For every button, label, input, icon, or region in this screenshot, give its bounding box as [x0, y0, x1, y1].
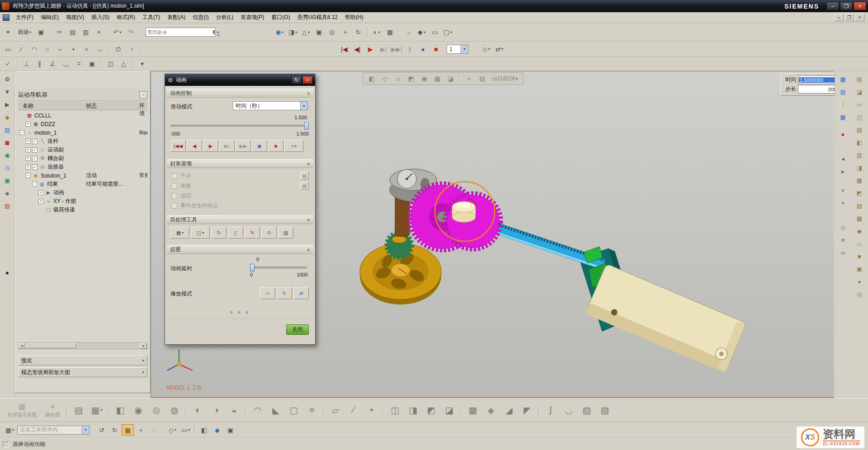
- zoom-icon[interactable]: ◎: [326, 27, 338, 38]
- wcs-icon[interactable]: ◆: [854, 226, 865, 236]
- menu-view[interactable]: 视图(V): [62, 13, 88, 21]
- key-frame-icon[interactable]: ◇: [480, 43, 492, 55]
- wave-link-icon[interactable]: ≈: [463, 73, 475, 84]
- edge-tool-icon[interactable]: ◪: [444, 73, 457, 84]
- tube-icon[interactable]: ◡: [560, 400, 577, 420]
- tree-row-joints[interactable]: +✓◇运动副: [18, 145, 147, 154]
- manager-icon[interactable]: ◈: [2, 188, 13, 198]
- rewind-button[interactable]: |◀◀: [170, 140, 186, 152]
- collapse-section-icon[interactable]: ∧: [307, 91, 310, 96]
- dimension-icon[interactable]: ↔: [94, 43, 106, 55]
- tree-row-cclll[interactable]: ▦CCLLL: [18, 111, 147, 120]
- section-animation-control[interactable]: 动画控制∧: [167, 89, 313, 98]
- paste-icon[interactable]: ▥: [80, 27, 92, 38]
- collapse-panel-icon[interactable]: ◂: [838, 154, 849, 164]
- menu-analysis[interactable]: 分析(L): [212, 13, 237, 21]
- reuse-library-icon[interactable]: ▤: [2, 125, 13, 135]
- mechanism-button[interactable]: ⚙: [261, 227, 277, 239]
- unite-icon[interactable]: ◐: [189, 400, 207, 420]
- quick-pick-icon[interactable]: ◌: [148, 424, 160, 436]
- horizontal-scrollbar[interactable]: ◂ ▸: [18, 342, 147, 349]
- point-icon[interactable]: •: [363, 400, 380, 420]
- menu-yanxiu-mold[interactable]: 燕秀UG模具8.12: [294, 13, 341, 21]
- chevron-down-icon[interactable]: ▾: [461, 45, 468, 53]
- work-layer-icon[interactable]: ▣: [224, 424, 236, 436]
- format-icon[interactable]: ▤: [854, 75, 865, 84]
- menu-edit[interactable]: 编辑(E): [37, 13, 62, 21]
- maximize-button[interactable]: ❐: [840, 2, 853, 10]
- cut-icon[interactable]: ✂: [53, 27, 66, 38]
- highlight-icon[interactable]: ◧: [198, 424, 210, 436]
- minimize-button[interactable]: –: [826, 2, 839, 10]
- chevron-down-icon[interactable]: ▾: [300, 102, 307, 110]
- save-icon[interactable]: ▣: [35, 27, 47, 38]
- close-button[interactable]: ×: [854, 2, 866, 10]
- cube-ghost-icon[interactable]: ◇: [838, 223, 849, 232]
- joints-checkbox[interactable]: ✓: [32, 147, 38, 153]
- motion-navigator-icon[interactable]: ◆: [2, 112, 13, 122]
- menu-tools[interactable]: 工具(T): [139, 13, 164, 21]
- user-combo[interactable]: cx116226: [489, 73, 520, 84]
- tree-expander-icon[interactable]: +: [38, 190, 43, 195]
- assembly-tool-icon[interactable]: ▤: [476, 73, 488, 84]
- fix-icon[interactable]: ▣: [86, 58, 98, 70]
- panel-options-button[interactable]: ▫: [139, 91, 147, 98]
- search-icon[interactable]: [213, 30, 215, 34]
- system-scene-icon[interactable]: ●: [2, 268, 13, 277]
- tree-expander-icon[interactable]: −: [26, 173, 31, 178]
- rotate-view-icon[interactable]: ↻: [352, 27, 364, 38]
- section-packaging-options[interactable]: 封装选项∧: [167, 159, 313, 168]
- measure-icon[interactable]: ∅: [112, 43, 124, 55]
- spline-icon[interactable]: ≈: [80, 43, 93, 55]
- pause-button[interactable]: ‖: [404, 43, 416, 55]
- logo-icon[interactable]: ✦: [2, 27, 14, 38]
- close-dialog-button[interactable]: 关闭: [286, 324, 309, 335]
- connectors-checkbox[interactable]: ✓: [32, 164, 38, 170]
- pattern-tool-icon[interactable]: ▦: [431, 73, 443, 84]
- column-name[interactable]: 名称: [23, 102, 33, 110]
- mirror-icon[interactable]: ◈: [482, 400, 500, 420]
- grid-display-icon[interactable]: ▦: [838, 75, 849, 84]
- grid-icon[interactable]: ▩: [854, 214, 865, 223]
- dialog-close-icon-button[interactable]: ×: [302, 76, 312, 84]
- shell-icon[interactable]: ▢: [285, 400, 302, 420]
- modal-shape-bar[interactable]: 模态形状局部放大图 ▾: [18, 367, 147, 377]
- report-button[interactable]: ▯: [228, 227, 243, 239]
- move-face-icon[interactable]: ◫: [387, 400, 404, 420]
- line-icon[interactable]: ∕: [15, 43, 27, 55]
- tree-expander-icon[interactable]: +: [26, 122, 31, 127]
- info-panel-icon[interactable]: ▱: [838, 248, 849, 258]
- tree-expander-icon[interactable]: −: [19, 130, 24, 135]
- extrude-tool-icon[interactable]: ◩: [405, 73, 417, 84]
- tree-row-animation[interactable]: +▶动画: [18, 188, 147, 197]
- exploded-view-button[interactable]: ∗ 爆炸图: [42, 399, 64, 421]
- record-marker-icon[interactable]: ●: [838, 130, 849, 139]
- section-post-tools[interactable]: 后处理工具∧: [167, 215, 313, 224]
- process-display-button[interactable]: ▦ 处理显示装配: [4, 399, 41, 421]
- intersect-icon[interactable]: ◒: [226, 400, 243, 420]
- tree-row-xy-graphing[interactable]: +≈XY - 作图: [18, 197, 147, 206]
- angle-icon[interactable]: ∠: [47, 58, 59, 70]
- boss-icon[interactable]: ◍: [166, 400, 183, 420]
- mdi-close-button[interactable]: ×: [855, 14, 864, 21]
- extrude-icon[interactable]: ◧: [112, 400, 129, 420]
- frame-combo[interactable]: 1 ▾: [447, 45, 468, 54]
- trace-marker-button[interactable]: ✎: [245, 227, 260, 239]
- equal-icon[interactable]: =: [73, 58, 85, 70]
- render-style-icon[interactable]: ◨: [287, 27, 299, 38]
- record-button[interactable]: ●: [417, 43, 429, 55]
- stop-button[interactable]: ■: [430, 43, 442, 55]
- tree-row-load-transfer[interactable]: ▢载荷传递: [18, 206, 147, 214]
- parallel-icon[interactable]: ∥: [33, 58, 46, 70]
- tree-expander-icon[interactable]: −: [32, 182, 37, 187]
- gear-icon[interactable]: ⚙: [2, 75, 13, 84]
- measure-x-icon[interactable]: ×: [838, 186, 849, 195]
- hole-tool-icon[interactable]: ◉: [418, 73, 430, 84]
- hole-icon[interactable]: ◎: [148, 400, 165, 420]
- delete-icon[interactable]: ×: [93, 27, 105, 38]
- point-icon[interactable]: •: [67, 43, 80, 55]
- shaded-view-icon[interactable]: ◉: [274, 27, 286, 38]
- show-constraints-icon[interactable]: △: [118, 58, 130, 70]
- tree-expander-icon[interactable]: +: [26, 147, 31, 152]
- style-icon[interactable]: ◧: [854, 138, 865, 147]
